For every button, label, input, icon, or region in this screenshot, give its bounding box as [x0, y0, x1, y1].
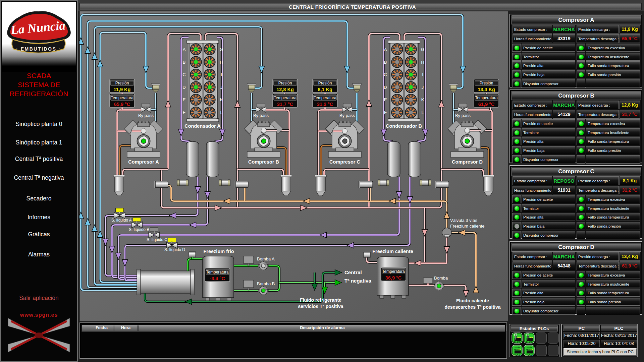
- svg-text:E: E: [384, 97, 387, 102]
- svg-text:S. líquido C: S. líquido C: [147, 237, 167, 242]
- svg-text:PLC2: PLC2: [526, 341, 533, 344]
- svg-text:By pass: By pass: [455, 113, 471, 118]
- svg-text:A: A: [384, 47, 387, 52]
- svg-text:G: G: [421, 47, 424, 52]
- svg-text:Temperatura: Temperatura: [382, 269, 405, 274]
- svg-text:F: F: [183, 110, 185, 115]
- svg-text:Presión: Presión: [318, 81, 332, 85]
- svg-text:PLC1: PLC1: [514, 353, 521, 356]
- svg-text:J: J: [422, 85, 424, 90]
- svg-text:Compresor A: Compresor A: [128, 159, 159, 165]
- svg-text:servicios Tª positiva: servicios Tª positiva: [298, 304, 343, 309]
- svg-text:Válvula 3 vías: Válvula 3 vías: [450, 218, 477, 223]
- svg-text:J: J: [220, 85, 223, 90]
- svg-text:desescarches Tª positiva: desescarches Tª positiva: [444, 304, 500, 310]
- svg-text:Compresor C: Compresor C: [329, 159, 360, 165]
- svg-text:I: I: [221, 72, 222, 77]
- svg-text:By pass: By pass: [138, 113, 154, 118]
- svg-text:E: E: [183, 97, 186, 102]
- svg-text:F: F: [384, 110, 387, 115]
- svg-text:61,9 °C: 61,9 °C: [478, 102, 495, 107]
- svg-text:Tª negativa: Tª negativa: [344, 278, 371, 284]
- svg-text:H: H: [220, 60, 223, 65]
- svg-text:Temperatura: Temperatura: [111, 96, 133, 100]
- svg-text:A: A: [183, 47, 186, 52]
- svg-text:K: K: [220, 97, 223, 102]
- svg-text:Freezium caliente: Freezium caliente: [372, 249, 413, 254]
- svg-text:13,4 Kg: 13,4 Kg: [478, 87, 495, 92]
- svg-text:Temperatura: Temperatura: [206, 270, 229, 275]
- svg-text:11,9 Kg: 11,9 Kg: [114, 87, 131, 92]
- svg-text:Temperatura: Temperatura: [274, 96, 297, 100]
- svg-text:C: C: [384, 72, 387, 77]
- svg-text:Freezium frío: Freezium frío: [203, 249, 234, 254]
- svg-text:L: L: [220, 110, 222, 115]
- svg-text:Condensador B: Condensador B: [386, 123, 422, 129]
- svg-text:Compresor D: Compresor D: [452, 159, 483, 165]
- svg-text:K: K: [421, 97, 424, 102]
- svg-text:I: I: [422, 72, 423, 77]
- svg-text:Bomba B: Bomba B: [257, 281, 275, 286]
- svg-text:Compresor B: Compresor B: [248, 159, 279, 165]
- svg-text:Presión: Presión: [115, 81, 129, 85]
- svg-text:G: G: [220, 47, 223, 52]
- svg-text:Fluido caliente: Fluido caliente: [456, 298, 489, 303]
- svg-text:-3,4 °C: -3,4 °C: [210, 276, 225, 281]
- svg-text:H: H: [421, 60, 424, 65]
- svg-text:D: D: [182, 85, 185, 90]
- svg-text:Bomba A: Bomba A: [257, 256, 275, 261]
- svg-text:Presión: Presión: [278, 81, 292, 85]
- svg-text:31,7 °C: 31,7 °C: [277, 102, 293, 107]
- svg-text:D: D: [384, 85, 387, 90]
- svg-text:Central: Central: [344, 269, 362, 275]
- svg-text:· EMBUTIDOS ·: · EMBUTIDOS ·: [16, 46, 61, 52]
- svg-text:By pass: By pass: [253, 113, 269, 118]
- svg-text:65,9 °C: 65,9 °C: [114, 102, 130, 107]
- svg-text:C: C: [182, 72, 185, 77]
- svg-text:Freezium caliente: Freezium caliente: [450, 224, 485, 229]
- svg-text:Bomba: Bomba: [434, 276, 448, 281]
- svg-text:PLC2: PLC2: [526, 353, 533, 356]
- svg-text:PLC1: PLC1: [514, 341, 521, 344]
- svg-text:8,1 Kg: 8,1 Kg: [318, 87, 332, 92]
- svg-text:B: B: [384, 60, 387, 65]
- svg-text:www.spgn.es: www.spgn.es: [20, 312, 58, 318]
- svg-text:Presión: Presión: [480, 81, 493, 85]
- svg-text:B: B: [183, 60, 186, 65]
- svg-text:S. líquido B: S. líquido B: [129, 227, 149, 232]
- svg-text:12,8 Kg: 12,8 Kg: [276, 87, 294, 92]
- svg-text:Fluido refrigerante: Fluido refrigerante: [300, 297, 341, 303]
- svg-text:31,2 °C: 31,2 °C: [317, 102, 333, 107]
- svg-text:S. líquido A: S. líquido A: [111, 218, 132, 223]
- svg-text:36,9 °C: 36,9 °C: [385, 275, 402, 281]
- svg-text:L: L: [421, 110, 424, 115]
- svg-text:Temperatura: Temperatura: [475, 96, 498, 100]
- svg-text:S. líquido D: S. líquido D: [164, 247, 185, 252]
- svg-text:Condensador A: Condensador A: [184, 123, 221, 129]
- svg-text:Temperatura: Temperatura: [314, 96, 336, 100]
- svg-text:By pass: By pass: [339, 113, 355, 118]
